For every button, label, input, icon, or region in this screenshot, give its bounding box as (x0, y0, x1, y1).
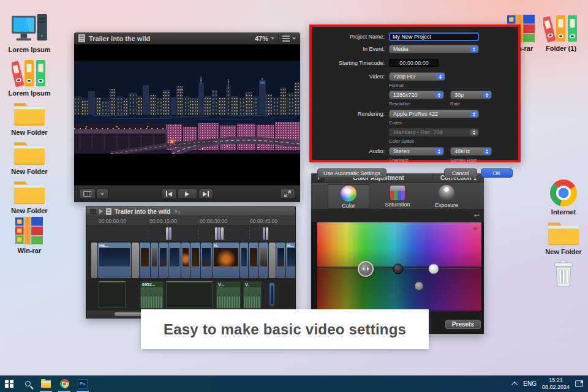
desktop-icon-computer[interactable]: Lorem Ipsum (2, 13, 56, 53)
gap-clip[interactable] (269, 243, 276, 278)
arrow-right-icon (367, 267, 369, 271)
audio-track[interactable]: 6952... V... V. (86, 279, 295, 310)
view-options-icon (282, 36, 290, 42)
resolution-select[interactable]: 1280x720 (389, 91, 444, 99)
language-indicator[interactable]: ENG (523, 380, 537, 387)
desktop-icon-folder-right[interactable]: New Folder (537, 216, 588, 255)
rate-value: 30p (454, 92, 464, 98)
add-correction-icon[interactable]: + (473, 224, 478, 233)
ok-button[interactable]: OK (481, 168, 513, 178)
video-track[interactable]: Ha... H. H... (86, 241, 295, 279)
clip-thumbnail (192, 248, 199, 266)
tab-exposure[interactable]: Exposure (426, 184, 467, 209)
timeline-marker[interactable] (263, 227, 265, 240)
project-name-input[interactable] (389, 32, 479, 41)
timeline-marker[interactable] (166, 227, 168, 240)
highlights-color-puck[interactable] (429, 264, 439, 274)
video-clip[interactable] (159, 243, 168, 278)
caption-banner: Easy to make basic video settings (141, 309, 429, 349)
video-clip[interactable] (201, 243, 212, 278)
video-clip[interactable] (140, 243, 150, 278)
midtones-color-puck[interactable] (415, 282, 424, 291)
desktop-icon-label: Internet (537, 208, 588, 216)
viewer-titlebar: Trailer into the wild 47% (74, 32, 300, 45)
audio-clip[interactable]: V... (216, 281, 241, 309)
video-clip[interactable]: H... (286, 243, 295, 278)
desktop-icon-folder-2[interactable]: New Folder (2, 135, 56, 175)
shadows-color-puck[interactable] (393, 264, 404, 274)
search-button[interactable] (18, 375, 37, 392)
tab-color[interactable]: Color (328, 184, 369, 209)
go-to-end-button[interactable] (198, 189, 213, 199)
timeline-marker[interactable] (221, 227, 224, 240)
gap-clip[interactable] (91, 243, 97, 278)
in-event-label: In Event: (317, 46, 389, 52)
desktop-icon-internet[interactable]: Internet (537, 176, 588, 216)
starting-timecode-field[interactable]: 00:00:00:00 (389, 59, 439, 67)
taskbar-photoshop[interactable]: Ps (74, 375, 92, 392)
desktop-icon-folder-3[interactable]: New Folder (2, 175, 56, 214)
show-desktop-icon[interactable] (575, 380, 583, 387)
wand-icon: ✶ₒ (173, 208, 180, 214)
desktop-icon-binders[interactable]: Lorem Ipsum (2, 57, 56, 97)
video-format-select[interactable]: 720p HD (389, 72, 445, 81)
video-clip[interactable] (249, 243, 258, 278)
color-board[interactable]: + (317, 222, 481, 311)
audio-label: Audio: (317, 148, 389, 154)
video-clip[interactable] (151, 243, 158, 278)
video-clip[interactable]: Ha... (98, 243, 131, 278)
ruler-tick: 00:00:45:00 (250, 218, 277, 224)
cancel-button[interactable]: Cancel (444, 168, 477, 178)
timeline-marker-lane[interactable] (86, 226, 295, 241)
ruler-tick: 00:00:30:00 (200, 218, 227, 224)
gap-clip[interactable] (132, 243, 139, 278)
play-button[interactable] (178, 189, 197, 199)
binders-icon (2, 57, 56, 88)
viewer-display-options-caret[interactable] (96, 189, 108, 199)
connected-clip[interactable] (269, 282, 275, 307)
video-clip[interactable]: H. (213, 243, 239, 278)
in-event-select[interactable]: Media (389, 45, 479, 53)
presets-button[interactable]: Presets (445, 320, 481, 329)
timeline-ruler[interactable]: 00:00:00:00 00:00:15:00 00:00:30:00 00:0… (86, 216, 295, 226)
channels-select[interactable]: Stereo (389, 147, 444, 156)
rate-select[interactable]: 30p (450, 91, 492, 99)
timeline-marker[interactable] (169, 227, 172, 240)
video-clip[interactable] (259, 243, 268, 278)
zoom-level-select[interactable]: 47% (255, 35, 274, 42)
go-to-start-button[interactable] (162, 189, 176, 199)
video-clip[interactable] (240, 243, 248, 278)
video-clip[interactable] (190, 243, 200, 278)
use-automatic-settings-button[interactable]: Use Automatic Settings (317, 168, 386, 178)
in-event-value: Media (393, 46, 409, 52)
viewer-display-options-button[interactable] (79, 189, 96, 199)
video-clip[interactable] (181, 243, 190, 278)
reset-icon[interactable]: ↩ (474, 211, 480, 219)
view-options-button[interactable] (282, 36, 296, 42)
timeline-corner-widget[interactable] (90, 209, 96, 214)
desktop-icon-folder-1[interactable]: New Folder (2, 96, 56, 136)
video-clip[interactable] (276, 243, 285, 278)
taskbar-chrome[interactable] (55, 375, 74, 392)
tab-saturation[interactable]: Saturation (377, 184, 418, 209)
start-button[interactable] (0, 375, 18, 392)
master-color-puck[interactable] (358, 261, 374, 277)
chrome-icon (60, 379, 69, 388)
desktop-icon-winrar[interactable]: Win-rar (2, 214, 56, 254)
desktop-icon-folder-binders[interactable]: Folder (1) (534, 12, 588, 52)
timeline-marker[interactable] (218, 227, 221, 240)
timeline-marker[interactable] (266, 227, 268, 240)
desktop-icon-recycle-bin[interactable] (537, 257, 588, 290)
clock[interactable]: 15:21 08.02.2024 (542, 377, 570, 391)
codec-select[interactable]: Apple ProRes 422 (389, 110, 479, 118)
sample-rate-select[interactable]: 48kHz (450, 147, 492, 156)
tray-chevron-icon[interactable] (511, 382, 518, 388)
video-clip[interactable] (168, 243, 181, 278)
audio-clip[interactable]: V. (243, 281, 262, 309)
audio-clip[interactable]: 6952... (140, 281, 164, 309)
timeline-marker[interactable] (215, 227, 217, 240)
fullscreen-button[interactable] (280, 189, 295, 199)
saturation-icon (390, 186, 405, 200)
taskbar-file-explorer[interactable] (37, 375, 55, 392)
bar-glyph (208, 191, 209, 197)
